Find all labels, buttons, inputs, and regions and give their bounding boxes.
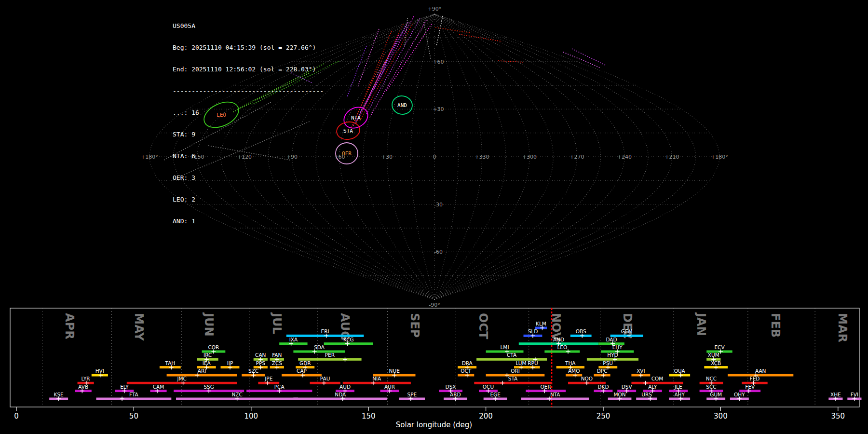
shower-code-label: XVI — [637, 368, 645, 374]
shower-code-label: DAD — [606, 337, 617, 342]
station-id: US005A — [173, 22, 324, 29]
shower-code-label: ALY — [648, 384, 657, 390]
shower-bar-amo: AMO — [566, 368, 582, 377]
shower-code-label: CAM — [153, 384, 164, 390]
shower-code-label: KSE — [54, 392, 64, 397]
shower-code-label: XHE — [830, 392, 841, 397]
shower-code-label: AUR — [384, 384, 395, 390]
observation-info: US005A Beg: 20251110 04:15:39 (sol = 227… — [173, 8, 324, 232]
shower-code-label: AAN — [755, 368, 766, 374]
month-label-jul: JUL — [270, 312, 284, 334]
shower-code-label: DPC — [597, 368, 608, 374]
shower-code-label: ARI — [198, 368, 206, 374]
shower-code-label: PPS — [256, 360, 266, 366]
month-label-may: MAY — [132, 313, 146, 341]
shower-code-label: NDA — [335, 392, 346, 397]
shower-code-label: LMI — [500, 344, 509, 350]
x-axis-title: Solar longitude (deg) — [0, 420, 868, 429]
shower-code-label: IEA — [203, 360, 211, 366]
shower-code-label: HVI — [95, 368, 104, 374]
shower-code-label: OBS — [576, 328, 586, 334]
shower-code-label: NTA — [550, 392, 560, 397]
shower-code-label: NOO — [581, 376, 593, 381]
shower-code-label: IIP — [227, 360, 233, 366]
shower-code-label: IRC — [203, 352, 212, 358]
shower-code-label: JPE — [264, 376, 272, 381]
shower-code-label: JLE — [674, 384, 682, 390]
shower-code-label: ELY — [120, 384, 129, 390]
shower-code-label: AMO — [568, 368, 580, 374]
shower-code-label: IXA — [289, 337, 298, 342]
shower-code-label: LEO — [557, 344, 567, 350]
shower-code-label: QUA — [674, 368, 686, 374]
x-tick-label: 350 — [831, 412, 845, 420]
shower-code-label: FAN — [272, 352, 282, 358]
shower-code-label: FTA — [129, 392, 138, 397]
shower-code-label: SZC — [248, 368, 258, 374]
month-label-apr: APR — [63, 313, 76, 339]
x-tick-label: 100 — [244, 412, 258, 420]
shower-code-label: RPU — [528, 360, 538, 366]
shower-code-label: GEM — [621, 328, 633, 334]
shower-code-label: AND — [553, 337, 564, 342]
shower-code-label: DSV — [622, 384, 633, 390]
shower-code-label: SDA — [314, 344, 325, 350]
shower-code-label: NZC — [231, 392, 242, 397]
shower-code-label: ERI — [321, 328, 329, 334]
month-label-oct: OCT — [476, 313, 490, 339]
shower-code-label: DSX — [446, 384, 456, 390]
shower-code-label: COR — [208, 344, 219, 350]
month-label-mar: MAR — [836, 313, 849, 342]
count-sporadic: ...: 16 — [173, 109, 324, 116]
shower-code-label: DKD — [597, 384, 609, 390]
x-tick-label: 0 — [14, 412, 19, 420]
shower-code-label: SCC — [706, 384, 716, 390]
month-label-jun: JUN — [202, 312, 216, 337]
shower-code-label: CTA — [507, 352, 517, 358]
shower-code-label: NIA — [372, 376, 381, 381]
separator: ---------------------------------------- — [173, 87, 324, 95]
x-tick-label: 300 — [714, 412, 728, 420]
shower-code-label: OER — [541, 384, 551, 390]
shower-code-label: OCT — [461, 368, 472, 374]
shower-code-label: TAH — [165, 360, 176, 366]
shower-code-label: OCU — [483, 384, 494, 390]
shower-code-label: THA — [565, 360, 576, 366]
shower-code-label: ZCS — [272, 360, 283, 366]
shower-code-label: AHY — [674, 392, 685, 397]
begin-time: Beg: 20251110 04:15:39 (sol = 227.66°) — [173, 44, 324, 51]
x-tick-label: 200 — [479, 412, 493, 420]
shower-code-label: PSU — [603, 360, 613, 366]
shower-code-label: FVI — [851, 392, 858, 397]
shower-code-label: URS — [641, 392, 652, 397]
shower-code-label: JMC — [176, 376, 187, 381]
shower-code-label: GUM — [710, 392, 722, 397]
shower-code-label: AVB — [78, 384, 88, 390]
shower-code-label: CAN — [255, 352, 266, 358]
shower-code-label: XUM — [708, 352, 719, 358]
shower-code-label: HYD — [607, 352, 618, 358]
shower-code-label: ORI — [511, 368, 520, 374]
shower-code-label: KLM — [536, 321, 546, 326]
shower-code-label: FED — [750, 376, 760, 381]
shower-code-label: OHY — [734, 392, 745, 397]
shower-code-label: PCA — [274, 384, 285, 390]
shower-code-label: SSG — [203, 384, 214, 390]
x-tick-label: 150 — [362, 412, 376, 420]
shower-code-label: DRA — [462, 360, 473, 366]
shower-code-label: NUE — [389, 368, 400, 374]
shower-code-label: KCG — [343, 337, 354, 342]
shower-code-label: ARD — [450, 392, 461, 397]
shower-code-label: EGE — [490, 392, 500, 397]
end-time: End: 20251110 12:56:02 (sol = 228.03°) — [173, 66, 324, 73]
shower-code-label: NCC — [706, 376, 717, 381]
shower-code-label: LYR — [81, 376, 90, 381]
shower-code-label: AUD — [339, 384, 351, 390]
shower-code-label: CAP — [297, 368, 307, 374]
shower-code-label: PER — [325, 352, 335, 358]
count-nta: NTA: 6 — [173, 152, 324, 160]
shower-code-label: PAU — [320, 376, 330, 381]
month-label-sep: SEP — [408, 313, 421, 338]
count-and: AND: 1 — [173, 217, 324, 225]
count-sta: STA: 9 — [173, 131, 324, 138]
